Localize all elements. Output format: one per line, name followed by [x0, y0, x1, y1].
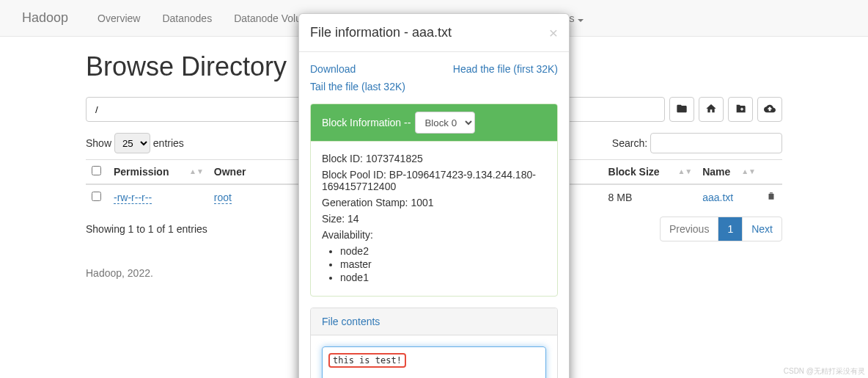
file-info-modal: File information - aaa.txt × Download He…: [298, 13, 570, 286]
block-size: Size: 14: [322, 213, 546, 225]
download-link[interactable]: Download: [310, 63, 356, 75]
close-icon: ×: [549, 24, 558, 41]
block-select[interactable]: Block 0: [415, 112, 475, 134]
block-pool-id: Block Pool ID: BP-1096417423-9.134.244.1…: [322, 169, 546, 192]
list-item: master: [340, 258, 546, 270]
list-item: node2: [340, 245, 546, 257]
block-id: Block ID: 1073741825: [322, 153, 546, 164]
block-info-label: Block Information --: [322, 117, 411, 128]
availability-list: node2 master node1: [322, 245, 546, 283]
block-info-panel: Block Information -- Block 0 Block ID: 1…: [310, 103, 558, 286]
head-file-link[interactable]: Head the file (first 32K): [453, 63, 558, 75]
list-item: node1: [340, 272, 546, 283]
modal-title: File information - aaa.txt: [310, 25, 452, 40]
tail-file-link[interactable]: Tail the file (last 32K): [310, 81, 405, 92]
modal-close-button[interactable]: ×: [549, 25, 558, 40]
generation-stamp: Generation Stamp: 1001: [322, 197, 546, 208]
availability-label: Availability:: [322, 229, 546, 241]
